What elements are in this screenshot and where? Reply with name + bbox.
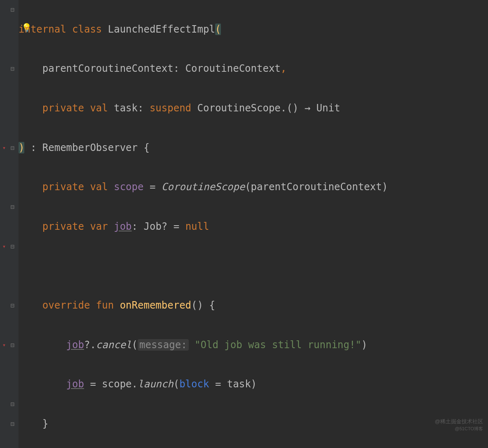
keyword-suspend: suspend [150, 102, 191, 114]
named-param: block [179, 378, 209, 390]
fold-end-icon[interactable]: ⊟ [8, 414, 16, 434]
fold-end-icon[interactable]: ⊟ [8, 296, 16, 316]
code-line[interactable]: private val task: suspend CoroutineScope… [19, 99, 388, 118]
fold-icon[interactable]: ⊟ [8, 237, 16, 257]
type-ref: CoroutineContext [185, 63, 281, 74]
arrow: → [305, 102, 310, 114]
keyword-override: override [42, 299, 90, 311]
comma: , [281, 63, 286, 74]
equals: = [90, 378, 96, 390]
type-ref: CoroutineScope [197, 102, 281, 114]
code-line[interactable]: private val scope = CoroutineScope(paren… [19, 177, 388, 197]
nullable: ? [162, 221, 167, 232]
blank-line [19, 256, 388, 276]
prop-name: scope [114, 181, 143, 193]
code-line[interactable]: } [19, 414, 388, 434]
colon: : [174, 63, 179, 74]
param-name: task [114, 102, 138, 114]
code-line[interactable]: parentCoroutineContext: CoroutineContext… [19, 59, 388, 79]
call: launch [138, 378, 174, 390]
call: cancel [96, 339, 132, 351]
safe-call: ?. [84, 339, 96, 351]
code-line[interactable]: override fun onRemembered() { [19, 296, 388, 316]
keyword-null: null [185, 221, 209, 232]
code-line[interactable]: job?.cancel(message: "Old job was still … [19, 335, 388, 355]
equals: = [174, 221, 179, 232]
field-ref: job [66, 339, 84, 351]
keyword-fun: fun [96, 299, 114, 311]
fold-icon[interactable]: ⊟ [8, 138, 16, 158]
type-ref: Job [143, 221, 161, 232]
keyword-private: private [42, 181, 84, 193]
equals: = [150, 181, 155, 193]
arg: task [227, 378, 251, 390]
keyword-var: var [90, 221, 108, 232]
code-area[interactable]: internal class LaunchedEffectImpl( paren… [19, 0, 388, 448]
code-line[interactable]: private var job: Job? = null [19, 217, 388, 237]
matched-paren-close: ) [19, 142, 24, 153]
prop-name: job [114, 221, 131, 232]
code-line[interactable]: ) : RememberObserver { [19, 138, 388, 158]
keyword-private: private [42, 102, 84, 114]
keyword-val: val [90, 102, 108, 114]
override-marker-icon[interactable]: ▾ [0, 138, 8, 158]
fold-end-icon[interactable]: ⊟ [8, 394, 16, 414]
equals: = [215, 378, 221, 390]
keyword-internal: internal [19, 24, 66, 35]
string-literal: "Old job was still running!" [195, 339, 361, 351]
keyword-val: val [90, 181, 108, 193]
class-name: LaunchedEffectImpl [108, 24, 215, 35]
parens: () [286, 102, 298, 114]
override-marker-icon[interactable]: ▾ [0, 237, 8, 257]
type-ref: RememberObserver [42, 142, 138, 153]
colon: : [132, 221, 138, 232]
colon: : [138, 102, 143, 114]
fold-icon[interactable]: ⊟ [8, 59, 16, 79]
fold-end-icon[interactable]: ⊟ [8, 197, 16, 217]
type-ref: Unit [317, 102, 340, 114]
param-name: parentCoroutineContext [42, 63, 174, 74]
colon: : [30, 142, 36, 153]
keyword-class: class [72, 24, 102, 35]
override-marker-icon[interactable]: ▾ [0, 335, 8, 355]
keyword-private: private [42, 221, 84, 232]
arg: parentCoroutineContext [251, 181, 382, 193]
scope-ref: scope [102, 378, 131, 390]
fold-icon[interactable]: ⊟ [8, 335, 16, 355]
field-ref: job [66, 378, 84, 390]
brace-open: { [143, 142, 149, 153]
parens: () [191, 299, 203, 311]
watermark-text: @51CTO博客 [455, 419, 483, 439]
matched-paren-open: ( [215, 24, 221, 35]
code-line[interactable]: internal class LaunchedEffectImpl( [19, 20, 388, 40]
fold-icon[interactable]: ⊟ [8, 0, 16, 20]
gutter: ⊟ 💡 ⊟ ▾ ⊟ ⊟ ▾ ⊟ ⊟ ▾ ⊟ ⊟ ⊟ [0, 0, 19, 448]
brace-close: } [42, 418, 48, 429]
call: CoroutineScope [162, 181, 245, 193]
function-name: onRemembered [120, 299, 191, 311]
dot: . [281, 102, 286, 114]
dot: . [132, 378, 138, 390]
code-line[interactable]: job = scope.launch(block = task) [19, 375, 388, 394]
code-editor[interactable]: ⊟ 💡 ⊟ ▾ ⊟ ⊟ ▾ ⊟ ⊟ ▾ ⊟ ⊟ ⊟ internal class… [0, 0, 488, 448]
param-hint: message: [138, 339, 189, 351]
brace-open: { [209, 299, 215, 311]
